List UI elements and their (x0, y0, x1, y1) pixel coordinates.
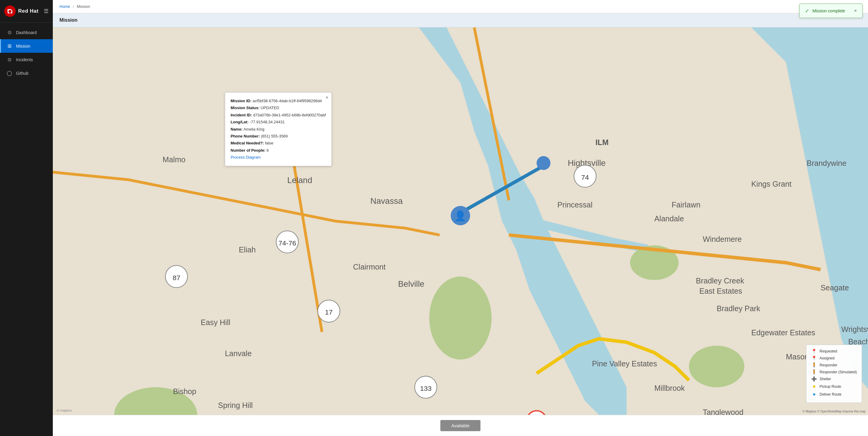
svg-text:133: 133 (420, 384, 432, 392)
sidebar-header: Red Hat ☰ (0, 0, 53, 23)
legend-responder-icon: 🧍 (811, 362, 817, 368)
legend-shelter-label: Shelter (820, 377, 831, 381)
popup-name-label: Name: (230, 127, 243, 131)
svg-text:74: 74 (581, 173, 589, 181)
popup-longlat-label: Long/Lat: (230, 120, 248, 124)
popup-mission-status-label: Mission Status: (230, 105, 259, 110)
mapbox-logo: ⊙ mapbox (56, 409, 72, 412)
svg-text:74-76: 74-76 (279, 239, 297, 247)
svg-text:Malmo: Malmo (163, 155, 186, 164)
redhat-logo-text: Red Hat (18, 8, 39, 14)
svg-text:Lanvale: Lanvale (225, 349, 251, 358)
popup-mission-id: Mission ID: acf5bf38-6756-4dab-b1ff-64f9… (230, 97, 326, 104)
toast-message: Mission complete (812, 8, 845, 13)
toast-close-button[interactable]: × (854, 8, 857, 13)
legend-deliver-route: ● Deliver Route (811, 391, 857, 397)
popup-phone-label: Phone Number: (230, 134, 260, 138)
svg-text:Millbrook: Millbrook (654, 384, 685, 392)
legend-requested-icon: 📍 (811, 348, 817, 354)
popup-mission-id-label: Mission ID: (230, 99, 251, 103)
sidebar-item-incidents-label: Incidents (16, 57, 33, 62)
svg-text:ILM: ILM (595, 138, 609, 146)
map-background: 87 74-76 133 17 Malmo Leland Navassa Eli… (53, 27, 868, 415)
popup-mission-status-value: UPDATED (261, 105, 279, 110)
map-container[interactable]: 87 74-76 133 17 Malmo Leland Navassa Eli… (53, 27, 868, 415)
incidents-icon: ⊙ (6, 57, 12, 62)
svg-text:Pine Valley Estates: Pine Valley Estates (592, 360, 657, 368)
toast-check-icon: ✓ (805, 7, 809, 14)
popup-mission-status: Mission Status: UPDATED (230, 104, 326, 111)
page-header: Mission (53, 13, 868, 27)
svg-text:Tanglewood: Tanglewood (703, 408, 744, 415)
svg-point-5 (689, 346, 745, 388)
legend-responder: 🧍 Responder (811, 362, 857, 368)
legend-pickup-route-label: Pickup Route (820, 384, 841, 389)
svg-text:Bradley Park: Bradley Park (717, 304, 761, 313)
svg-text:87: 87 (173, 274, 181, 281)
popup-phone: Phone Number: (651) 555-3569 (230, 133, 326, 140)
breadcrumb-separator: / (73, 4, 74, 9)
popup-process-diagram[interactable]: Process Diagram (230, 154, 326, 161)
legend-assigned-icon: 📍 (811, 356, 817, 361)
popup-incident-id-value: d73a076b-38e1-4952-b68b-8efd00270abf (253, 113, 326, 117)
sidebar-item-github[interactable]: ◯ Github (0, 66, 53, 80)
popup-people-value: 6 (267, 148, 269, 153)
mapbox-logo-text: ⊙ mapbox (56, 409, 72, 412)
legend-assigned: 📍 Assigned (811, 356, 857, 361)
process-diagram-link[interactable]: Process Diagram (230, 155, 261, 160)
popup-medical: Medical Needed?: false (230, 140, 326, 146)
hamburger-menu-icon[interactable]: ☰ (44, 8, 49, 14)
legend-deliver-route-icon: ● (811, 391, 817, 397)
svg-text:Windemere: Windemere (703, 235, 742, 243)
svg-text:Bishop: Bishop (173, 387, 196, 396)
available-button[interactable]: Available (440, 420, 480, 431)
svg-text:Princessal: Princessal (557, 201, 592, 209)
svg-text:Clairmont: Clairmont (353, 263, 386, 271)
redhat-logo-icon (4, 5, 16, 17)
sidebar-item-dashboard[interactable]: ⊙ Dashboard (0, 26, 53, 39)
legend-deliver-route-label: Deliver Route (820, 392, 842, 397)
map-legend: 📍 Requested 📍 Assigned 🧍 Responder 🧍 Res… (806, 345, 862, 403)
sidebar: Red Hat ☰ ⊙ Dashboard ⊞ Mission ⊙ Incide… (0, 0, 53, 436)
popup-people-label: Number of People: (230, 148, 266, 153)
breadcrumb-current: Mission (77, 4, 90, 9)
dashboard-icon: ⊙ (6, 30, 12, 35)
legend-responder-simulated-label: Responder (Simulated) (820, 370, 857, 374)
available-button-container: Available (53, 415, 868, 436)
svg-text:East Estates: East Estates (699, 287, 742, 295)
breadcrumb: Home / Mission (53, 0, 868, 13)
sidebar-nav: ⊙ Dashboard ⊞ Mission ⊙ Incidents ◯ Gith… (0, 23, 53, 83)
svg-point-1 (8, 10, 11, 13)
github-icon: ◯ (6, 70, 12, 76)
toast-notification: ✓ Mission complete × (799, 4, 863, 18)
popup-mission-id-value: acf5bf38-6756-4dab-b1ff-64f9598296d4 (253, 99, 322, 103)
main-content: Home / Mission Mission (53, 0, 868, 436)
legend-pickup-route: ● Pickup Route (811, 383, 857, 390)
svg-text:Leland: Leland (287, 175, 312, 185)
popup-longlat-value: -77.91548,34.24431 (250, 120, 285, 124)
popup-people: Number of People: 6 (230, 147, 326, 154)
legend-assigned-label: Assigned (820, 356, 835, 360)
legend-responder-label: Responder (820, 363, 838, 367)
svg-text:Navassa: Navassa (370, 196, 403, 206)
mission-icon: ⊞ (6, 43, 12, 49)
popup-close-button[interactable]: × (326, 95, 329, 100)
sidebar-item-mission[interactable]: ⊞ Mission (0, 39, 53, 53)
svg-text:Bradley Creek: Bradley Creek (696, 276, 744, 285)
legend-shelter: ➕ Shelter (811, 376, 857, 382)
svg-text:Kings Grant: Kings Grant (751, 180, 791, 188)
sidebar-item-dashboard-label: Dashboard (16, 30, 37, 35)
svg-text:Belville: Belville (398, 279, 424, 289)
breadcrumb-home[interactable]: Home (59, 4, 70, 9)
svg-text:Eliah: Eliah (239, 245, 256, 254)
page-title: Mission (59, 18, 78, 23)
svg-text:👤: 👤 (455, 210, 467, 222)
svg-text:17: 17 (325, 308, 333, 316)
svg-text:Edgewater Estates: Edgewater Estates (751, 328, 815, 337)
svg-text:Wrightsville: Wrightsville (841, 325, 868, 334)
legend-responder-simulated: 🧍 Responder (Simulated) (811, 369, 857, 375)
svg-text:Fairlawn: Fairlawn (672, 201, 700, 209)
sidebar-item-incidents[interactable]: ⊙ Incidents (0, 53, 53, 66)
svg-text:Alandale: Alandale (654, 214, 684, 223)
popup-incident-id: Incident ID: d73a076b-38e1-4952-b68b-8ef… (230, 111, 326, 119)
